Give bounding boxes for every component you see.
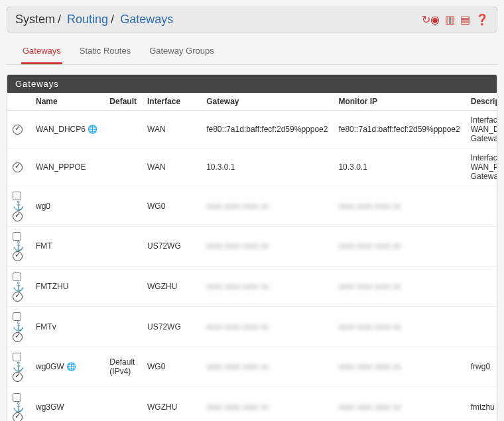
globe-icon: 🌐 <box>66 362 76 371</box>
table-row: WAN_PPPOEWAN10.3.0.110.3.0.1Interface WA… <box>7 149 497 186</box>
status-ok-icon <box>13 292 23 302</box>
cell-interface: US72WG <box>142 306 201 347</box>
cell-monitor: xxxx xxxx xxxx xx <box>333 267 465 307</box>
tab-gateways[interactable]: Gateways <box>21 39 62 64</box>
cell-default <box>104 226 142 267</box>
anchor-icon[interactable]: ⚓ <box>13 402 24 412</box>
table-row: ⚓wg0WG0xxxx xxxx xxxx xxxxxx xxxx xxxx x… <box>7 186 497 227</box>
cell-interface: WG0 <box>142 186 201 227</box>
cell-name: WAN_PPPOE <box>31 149 104 186</box>
cell-default <box>104 186 142 227</box>
tab-gateway-groups[interactable]: Gateway Groups <box>148 39 216 64</box>
anchor-icon[interactable]: ⚓ <box>13 321 24 331</box>
cell-monitor: xxxx xxxx xxxx xx <box>333 226 465 267</box>
cell-description: frwg0 <box>466 347 497 387</box>
row-checkbox[interactable] <box>13 272 21 281</box>
top-actions: ↻◉ ▥ ▤ ❓ <box>422 13 489 26</box>
col-gateway: Gateway <box>201 93 333 111</box>
anchor-icon[interactable]: ⚓ <box>13 361 24 372</box>
cell-gateway: xxxx xxxx xxxx xx <box>201 347 333 387</box>
cell-gateway: 10.3.0.1 <box>201 149 333 186</box>
cell-name: wg0GW🌐 <box>31 347 104 387</box>
anchor-icon[interactable]: ⚓ <box>13 241 24 251</box>
log-icon[interactable]: ▤ <box>460 13 470 26</box>
crumb-system: System <box>15 13 55 26</box>
cell-interface: WGZHU <box>142 267 201 307</box>
cell-interface: US72WG <box>142 226 201 267</box>
cell-description: fmtzhu <box>466 387 497 421</box>
tab-static-routes[interactable]: Static Routes <box>78 39 132 64</box>
row-checkbox[interactable] <box>13 232 21 241</box>
cell-description <box>466 306 497 347</box>
table-row: ⚓wg0GW🌐Default (IPv4)WG0xxxx xxxx xxxx x… <box>7 347 497 387</box>
anchor-icon[interactable]: ⚓ <box>13 281 24 292</box>
crumb-gateways[interactable]: Gateways <box>120 13 173 26</box>
table-row: ⚓FMTUS72WGxxxx xxxx xxxx xxxxxx xxxx xxx… <box>7 226 497 267</box>
cell-default <box>104 149 142 186</box>
row-checkbox[interactable] <box>13 393 21 402</box>
status-ok-icon <box>13 125 23 135</box>
cell-gateway: xxxx xxxx xxxx xx <box>201 387 333 421</box>
cell-description: Interface WAN_DHCP6 Gateway <box>466 111 497 149</box>
panel-title: Gateways <box>7 75 497 93</box>
help-icon[interactable]: ❓ <box>475 13 489 26</box>
refresh-icon[interactable]: ↻◉ <box>422 13 440 26</box>
cell-monitor: xxxx xxxx xxxx xx <box>333 347 465 387</box>
cell-name: WAN_DHCP6🌐 <box>31 111 104 149</box>
cell-default <box>104 306 142 347</box>
row-checkbox[interactable] <box>13 312 21 321</box>
cell-description: Interface WAN_PPPOE Gateway <box>466 149 497 186</box>
cell-description <box>466 226 497 267</box>
cell-gateway: xxxx xxxx xxxx xx <box>201 186 333 227</box>
cell-monitor: fe80::7a1d:baff:fecf:2d59%pppoe2 <box>333 111 465 149</box>
row-checkbox[interactable] <box>13 192 21 200</box>
globe-icon: 🌐 <box>88 125 97 134</box>
status-ok-icon <box>13 211 23 221</box>
cell-name: wg3GW <box>31 387 104 421</box>
col-default: Default <box>104 93 142 111</box>
cell-monitor: xxxx xxxx xxxx xx <box>333 387 465 421</box>
topbar: System/ Routing/ Gateways ↻◉ ▥ ▤ ❓ <box>7 7 497 32</box>
table-row: ⚓FMTZHUWGZHUxxxx xxxx xxxx xxxxxx xxxx x… <box>7 267 497 307</box>
chart-icon[interactable]: ▥ <box>445 13 455 26</box>
status-ok-icon <box>13 372 23 382</box>
cell-monitor: xxxx xxxx xxxx xx <box>333 186 465 227</box>
table-row: ⚓wg3GWWGZHUxxxx xxxx xxxx xxxxxx xxxx xx… <box>7 387 497 421</box>
cell-default <box>104 267 142 307</box>
cell-name: wg0 <box>31 186 104 227</box>
col-monitor: Monitor IP <box>333 93 465 111</box>
col-interface: Interface <box>142 93 201 111</box>
gateways-table: Name Default Interface Gateway Monitor I… <box>7 93 497 421</box>
cell-interface: WG0 <box>142 347 201 387</box>
cell-default <box>104 111 142 149</box>
cell-gateway: xxxx xxxx xxxx xx <box>201 306 333 347</box>
cell-gateway: xxxx xxxx xxxx xx <box>201 267 333 307</box>
crumb-routing[interactable]: Routing <box>67 13 108 26</box>
cell-name: FMT <box>31 226 104 267</box>
table-row: ⚓FMTvUS72WGxxxx xxxx xxxx xxxxxx xxxx xx… <box>7 306 497 347</box>
cell-interface: WGZHU <box>142 387 201 421</box>
status-ok-icon <box>13 162 23 172</box>
cell-name: FMTv <box>31 306 104 347</box>
col-description: Description <box>466 93 497 111</box>
tabs: Gateways Static Routes Gateway Groups <box>7 39 497 65</box>
cell-gateway: xxxx xxxx xxxx xx <box>201 226 333 267</box>
cell-gateway: fe80::7a1d:baff:fecf:2d59%pppoe2 <box>201 111 333 149</box>
cell-default <box>104 387 142 421</box>
anchor-icon[interactable]: ⚓ <box>13 200 24 211</box>
cell-name: FMTZHU <box>31 267 104 307</box>
cell-monitor: 10.3.0.1 <box>333 149 465 186</box>
status-ok-icon <box>13 412 23 421</box>
cell-interface: WAN <box>142 149 201 186</box>
status-ok-icon <box>13 332 23 342</box>
row-checkbox[interactable] <box>13 353 21 361</box>
col-name: Name <box>31 93 104 111</box>
table-row: WAN_DHCP6🌐WANfe80::7a1d:baff:fecf:2d59%p… <box>7 111 497 149</box>
cell-monitor: xxxx xxxx xxxx xx <box>333 306 465 347</box>
status-ok-icon <box>13 251 23 261</box>
cell-interface: WAN <box>142 111 201 149</box>
cell-description <box>466 186 497 227</box>
breadcrumb: System/ Routing/ Gateways <box>15 13 173 27</box>
cell-default: Default (IPv4) <box>104 347 142 387</box>
gateways-panel: Gateways Name Default Interface Gateway … <box>7 74 497 421</box>
